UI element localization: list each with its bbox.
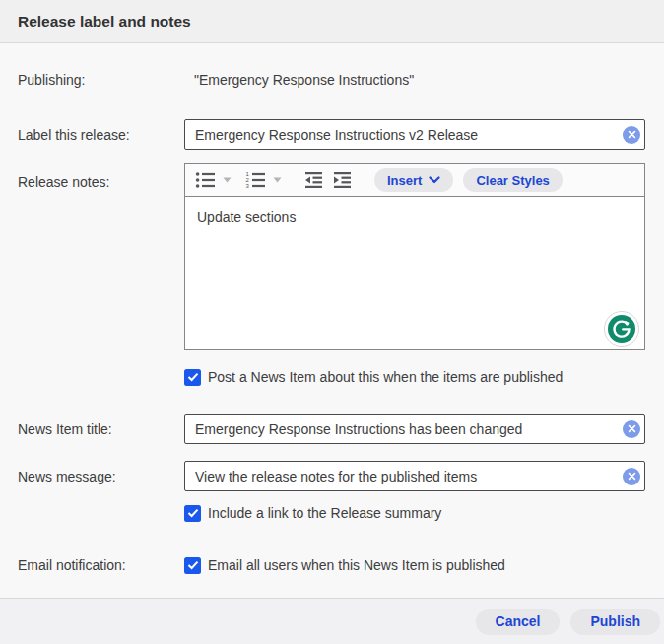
svg-text:3: 3 [246, 183, 250, 189]
editor-toolbar: 1 2 3 [185, 164, 644, 197]
release-notes-label: Release notes: [0, 163, 184, 192]
news-item-title-row: News Item title: [0, 414, 664, 444]
grammarly-icon[interactable] [604, 311, 639, 347]
include-link-checkbox-row: Include a link to the Release summary [0, 503, 664, 523]
news-item-title-label: News Item title: [0, 419, 184, 439]
dialog-footer: Cancel Publish [0, 598, 664, 644]
release-label-field-wrap [184, 119, 645, 150]
email-all-checkbox-label: Email all users when this News Item is p… [208, 555, 505, 575]
news-item-title-input[interactable] [184, 414, 645, 444]
post-news-checkbox-row: Post a News Item about this when the ite… [0, 367, 664, 387]
release-label-dialog: Release label and notes Publishing: "Eme… [0, 0, 664, 644]
release-notes-row: Release notes: 1 2 3 [0, 163, 664, 350]
dialog-title: Release label and notes [18, 13, 191, 31]
release-notes-text: Update sections [197, 209, 632, 225]
unordered-list-icon[interactable] [192, 169, 218, 191]
publish-button[interactable]: Publish [570, 609, 660, 635]
clear-styles-button[interactable]: Clear Styles [463, 168, 562, 192]
news-message-field-wrap [184, 461, 645, 491]
email-all-checkbox-row: Email all users when this News Item is p… [184, 555, 645, 575]
include-link-checkbox-label: Include a link to the Release summary [208, 503, 441, 523]
publishing-row: Publishing: "Emergency Response Instruct… [0, 70, 664, 90]
dialog-header: Release label and notes [0, 0, 664, 43]
unordered-list-dropdown-icon[interactable] [220, 175, 234, 185]
email-notification-row: Email notification: Email all users when… [0, 555, 664, 575]
release-label-input[interactable] [184, 119, 645, 150]
post-news-checkbox-label: Post a News Item about this when the ite… [208, 367, 563, 387]
news-item-title-field-wrap [184, 414, 645, 444]
news-message-input[interactable] [184, 461, 645, 491]
post-news-checkbox[interactable] [184, 369, 201, 386]
checkmark-icon [187, 372, 199, 382]
release-notes-editor: 1 2 3 [184, 163, 645, 350]
insert-button[interactable]: Insert [374, 168, 453, 192]
news-message-row: News message: [0, 461, 664, 491]
indent-icon[interactable] [329, 169, 356, 191]
publishing-value: "Emergency Response Instructions" [184, 70, 645, 90]
outdent-icon[interactable] [300, 169, 327, 191]
release-notes-content[interactable]: Update sections [185, 197, 644, 349]
email-notification-label: Email notification: [0, 555, 184, 575]
ordered-list-icon[interactable]: 1 2 3 [242, 169, 268, 191]
ordered-list-dropdown-icon[interactable] [270, 175, 285, 185]
clear-release-label-icon[interactable] [623, 126, 640, 144]
include-link-checkbox[interactable] [184, 505, 201, 522]
clear-news-message-icon[interactable] [623, 468, 640, 485]
clear-news-title-icon[interactable] [623, 420, 640, 438]
checkmark-icon [187, 560, 199, 570]
release-label-label: Label this release: [0, 125, 184, 145]
email-all-checkbox[interactable] [184, 557, 201, 574]
chevron-down-icon [429, 176, 440, 184]
insert-button-label: Insert [387, 173, 422, 188]
news-message-label: News message: [0, 467, 184, 486]
publishing-label: Publishing: [0, 70, 184, 90]
checkmark-icon [187, 508, 199, 518]
cancel-button[interactable]: Cancel [476, 609, 561, 635]
release-label-row: Label this release: [0, 119, 664, 150]
